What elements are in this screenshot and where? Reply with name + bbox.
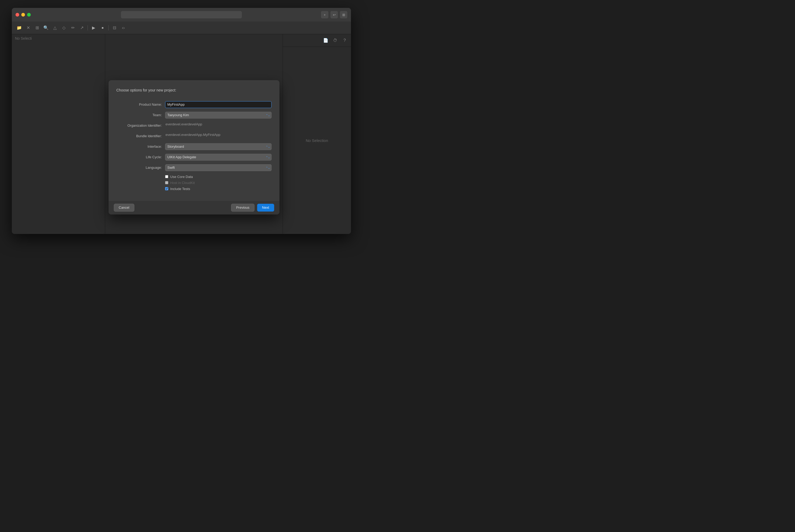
magnifier-icon[interactable]: 🔍 — [42, 24, 50, 32]
grid-icon[interactable]: ⊞ — [33, 24, 41, 32]
add-button[interactable]: + — [321, 11, 328, 18]
include-tests-row: Include Tests — [116, 187, 271, 191]
org-identifier-label: Organization Identifier: — [116, 124, 165, 128]
chevrons-icon[interactable]: ‹› — [120, 24, 127, 32]
language-select-wrapper: Swift Objective-C ⌃⌄ — [165, 164, 271, 171]
include-tests-label: Include Tests — [170, 187, 190, 191]
panel-button[interactable]: ⊞ — [340, 11, 347, 18]
enter-button[interactable]: ↩ — [330, 11, 338, 18]
use-core-data-row: Use Core Data — [116, 175, 271, 179]
modal-overlay: Choose options for your new project: Pro… — [105, 60, 283, 234]
inspector-file-icon[interactable]: 📄 — [322, 37, 329, 44]
arrow-icon[interactable]: ↗ — [78, 24, 86, 32]
titlebar-search[interactable] — [121, 11, 242, 18]
toolbar-divider-2 — [108, 25, 109, 31]
toolbar-divider — [88, 25, 88, 31]
bundle-identifier-label: Bundle Identifier: — [116, 134, 165, 138]
language-label: Language: — [116, 166, 165, 170]
play-button[interactable]: ▶ — [90, 24, 97, 32]
inspector-panel: 📄 ⏱ ? No Selection — [283, 34, 351, 234]
modal-footer: Cancel Previous Next — [109, 201, 280, 214]
org-identifier-value: everdevel.everdevelApp — [165, 122, 271, 129]
grid2-icon[interactable]: ⊟ — [111, 24, 118, 32]
team-select[interactable]: Taeyoung Kim — [165, 112, 271, 118]
xmark-icon[interactable]: ✕ — [24, 24, 32, 32]
cancel-button[interactable]: Cancel — [114, 204, 134, 212]
use-core-data-label: Use Core Data — [170, 175, 193, 179]
stop-button[interactable]: ■ — [99, 24, 106, 32]
main-window: + ↩ ⊞ 📁 ✕ ⊞ 🔍 △ ◇ ✏ ↗ ▶ ■ ⊟ ‹› No Select… — [12, 8, 351, 234]
previous-button[interactable]: Previous — [231, 204, 254, 212]
product-name-input[interactable] — [165, 101, 271, 108]
lifecycle-row: Life Cycle: UIKit App Delegate SwiftUI A… — [116, 154, 271, 160]
team-label: Team: — [116, 113, 165, 117]
pen-icon[interactable]: ✏ — [69, 24, 76, 32]
interface-label: Interface: — [116, 145, 165, 149]
new-project-dialog: Choose options for your new project: Pro… — [109, 80, 280, 214]
host-in-cloudkit-row: Host in CloudKit — [116, 181, 271, 185]
bundle-identifier-value: everdevel.everdevelApp.MyFirstApp — [165, 133, 271, 139]
bundle-identifier-row: Bundle Identifier: everdevel.everdevelAp… — [116, 133, 271, 139]
inspector-toolbar: 📄 ⏱ ? — [283, 34, 351, 47]
titlebar-right-buttons: + ↩ ⊞ — [321, 11, 347, 18]
sidebar: No Selecti — [12, 34, 105, 234]
lifecycle-select-wrapper: UIKit App Delegate SwiftUI App ⌃⌄ — [165, 154, 271, 160]
include-tests-checkbox[interactable] — [165, 187, 168, 190]
lifecycle-label: Life Cycle: — [116, 155, 165, 159]
sidebar-no-selection: No Selecti — [15, 36, 32, 40]
warning-icon[interactable]: △ — [51, 24, 59, 32]
inspector-clock-icon[interactable]: ⏱ — [332, 37, 339, 44]
titlebar-center — [121, 11, 242, 18]
interface-select[interactable]: Storyboard SwiftUI — [165, 143, 271, 150]
team-row: Team: Taeyoung Kim ⌃⌄ — [116, 112, 271, 118]
toolbar: 📁 ✕ ⊞ 🔍 △ ◇ ✏ ↗ ▶ ■ ⊟ ‹› — [12, 22, 351, 34]
host-in-cloudkit-checkbox[interactable] — [165, 181, 168, 184]
minimize-button[interactable] — [21, 13, 25, 17]
interface-row: Interface: Storyboard SwiftUI ⌃⌄ — [116, 143, 271, 150]
language-select[interactable]: Swift Objective-C — [165, 164, 271, 171]
inspector-question-icon[interactable]: ? — [341, 37, 348, 44]
interface-select-wrapper: Storyboard SwiftUI ⌃⌄ — [165, 143, 271, 150]
main-area: Choose options for your new project: Pro… — [105, 34, 283, 234]
org-identifier-row: Organization Identifier: everdevel.everd… — [116, 122, 271, 129]
close-button[interactable] — [16, 13, 19, 17]
language-row: Language: Swift Objective-C ⌃⌄ — [116, 164, 271, 171]
product-name-row: Product Name: — [116, 101, 271, 108]
next-button[interactable]: Next — [257, 204, 274, 212]
modal-title: Choose options for your new project: — [109, 88, 280, 99]
use-core-data-checkbox[interactable] — [165, 175, 168, 178]
titlebar: + ↩ ⊞ — [12, 8, 351, 22]
maximize-button[interactable] — [27, 13, 31, 17]
product-name-label: Product Name: — [116, 102, 165, 107]
host-in-cloudkit-label: Host in CloudKit — [170, 181, 195, 185]
team-select-wrapper: Taeyoung Kim ⌃⌄ — [165, 112, 271, 118]
diamond-icon[interactable]: ◇ — [60, 24, 68, 32]
content-area: No Selecti Choose options for your new p… — [12, 34, 351, 234]
inspector-no-selection: No Selection — [283, 47, 351, 234]
modal-body: Product Name: Team: Taeyoung Kim ⌃⌄ — [109, 99, 280, 201]
footer-right-buttons: Previous Next — [231, 204, 274, 212]
lifecycle-select[interactable]: UIKit App Delegate SwiftUI App — [165, 154, 271, 160]
folder-icon[interactable]: 📁 — [16, 24, 23, 32]
